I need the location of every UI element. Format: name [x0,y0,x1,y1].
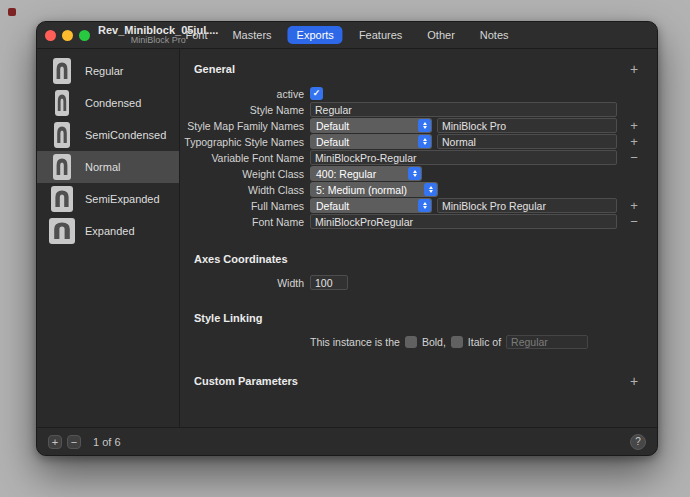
style-name-field[interactable] [310,102,617,117]
style-linking-heading: Style Linking [194,312,623,324]
full-names-field[interactable] [437,198,617,213]
custom-parameters-section-header: Custom Parameters + [194,373,645,389]
instance-label: Normal [85,161,120,173]
zoom-window-button[interactable] [79,30,90,41]
font-name-row: Font Name − [180,214,645,229]
tab-masters[interactable]: Masters [223,26,280,44]
instance-glyph-icon [48,186,76,212]
typographic-style-field[interactable] [437,134,617,149]
general-section-header: General + [194,61,645,77]
full-names-popup[interactable]: Default [310,198,432,213]
variable-font-name-field[interactable] [310,150,617,165]
sidebar-item-normal[interactable]: Normal [37,151,179,183]
popup-stepper-icon [418,135,431,148]
variable-font-name-row: Variable Font Name − [180,150,645,165]
style-linking-section-header: Style Linking [194,310,645,326]
minimize-window-button[interactable] [62,30,73,41]
typographic-style-label: Typographic Style Names [180,136,304,148]
style-name-label: Style Name [180,104,304,116]
sidebar-item-semicondensed[interactable]: SemiCondensed [37,119,179,151]
instance-glyph-icon [48,90,76,116]
popup-stepper-icon [418,119,431,132]
italic-label: Italic of [468,336,501,348]
instance-glyph-icon [48,58,76,84]
tab-exports[interactable]: Exports [288,26,343,44]
screen-corner-dot [8,8,16,16]
style-map-family-field[interactable] [437,118,617,133]
weight-class-row: Weight Class 400: Regular [180,166,645,181]
popup-stepper-icon [408,167,421,180]
typographic-style-row: Typographic Style Names Default + [180,134,645,149]
sidebar-item-expanded[interactable]: Expanded [37,215,179,247]
active-label: active [180,88,304,100]
tab-features[interactable]: Features [350,26,411,44]
active-checkbox[interactable]: ✓ [310,87,323,100]
width-class-popup[interactable]: 5: Medium (normal) [310,182,438,197]
active-row: active ✓ [180,86,645,101]
add-full-name-button[interactable]: + [623,198,645,213]
tab-other[interactable]: Other [418,26,464,44]
general-heading: General [194,63,623,75]
add-instance-button[interactable]: + [48,435,62,449]
bold-checkbox[interactable] [405,336,417,348]
instance-label: Expanded [85,225,135,237]
instance-glyph-icon [48,154,76,180]
style-linking-target-field[interactable] [506,335,588,349]
instance-label: SemiCondensed [85,129,166,141]
window-controls [45,30,90,41]
style-map-family-row: Style Map Family Names Default + [180,118,645,133]
tab-notes[interactable]: Notes [471,26,518,44]
title-bar: Rev_Miniblock_05jul.... MiniBlock Pro Fo… [37,22,657,49]
axes-section-header: Axes Coordinates [194,251,645,267]
axes-width-label: Width [180,277,304,289]
instance-count: 1 of 6 [93,436,121,448]
custom-parameters-heading: Custom Parameters [194,375,623,387]
style-map-family-popup[interactable]: Default [310,118,432,133]
instance-glyph-icon [48,218,76,244]
window-body: Regular Condensed SemiCondensed Normal S… [37,49,657,427]
weight-class-popup[interactable]: 400: Regular [310,166,422,181]
add-style-map-family-button[interactable]: + [623,118,645,133]
width-class-row: Width Class 5: Medium (normal) [180,182,645,197]
remove-font-name-button[interactable]: − [623,214,645,229]
popup-stepper-icon [424,183,437,196]
axes-heading: Axes Coordinates [194,253,623,265]
bottom-bar: + − 1 of 6 ? [37,427,657,455]
italic-checkbox[interactable] [451,336,463,348]
sidebar-item-regular[interactable]: Regular [37,55,179,87]
variable-font-name-label: Variable Font Name [180,152,304,164]
weight-class-label: Weight Class [180,168,304,180]
sidebar-item-condensed[interactable]: Condensed [37,87,179,119]
instances-sidebar: Regular Condensed SemiCondensed Normal S… [37,49,180,427]
instance-label: Condensed [85,97,141,109]
tab-font[interactable]: Font [176,26,216,44]
bold-label: Bold, [422,336,446,348]
full-names-label: Full Names [180,200,304,212]
instance-label: SemiExpanded [85,193,160,205]
style-linking-row: This instance is the Bold, Italic of [180,334,645,349]
axes-width-field[interactable] [310,275,348,290]
instance-glyph-icon [48,122,76,148]
style-map-family-label: Style Map Family Names [180,120,304,132]
instance-label: Regular [85,65,124,77]
remove-instance-button[interactable]: − [67,435,81,449]
full-names-row: Full Names Default + [180,198,645,213]
axes-width-row: Width [180,275,645,290]
add-typographic-style-button[interactable]: + [623,134,645,149]
sidebar-item-semiexpanded[interactable]: SemiExpanded [37,183,179,215]
add-general-property-button[interactable]: + [623,61,645,77]
app-window: Rev_Miniblock_05jul.... MiniBlock Pro Fo… [36,21,658,456]
main-tab-bar: Font Masters Exports Features Other Note… [176,22,517,48]
popup-stepper-icon [418,199,431,212]
help-button[interactable]: ? [630,434,646,450]
width-class-label: Width Class [180,184,304,196]
export-settings-panel: General + active ✓ Style Name Style Map … [180,49,657,427]
add-custom-parameter-button[interactable]: + [623,373,645,389]
typographic-style-popup[interactable]: Default [310,134,432,149]
close-window-button[interactable] [45,30,56,41]
style-name-row: Style Name [180,102,645,117]
style-linking-prefix: This instance is the [310,336,400,348]
font-name-field[interactable] [310,214,617,229]
font-name-label: Font Name [180,216,304,228]
remove-variable-font-name-button[interactable]: − [623,150,645,165]
